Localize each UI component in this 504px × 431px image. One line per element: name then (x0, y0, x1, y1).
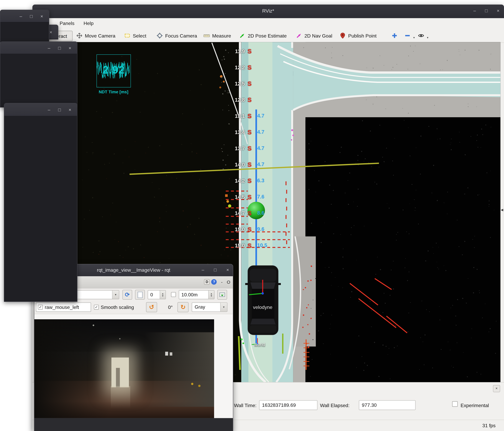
smooth-scaling-checkbox[interactable]: ✓ (94, 305, 99, 310)
menu-help[interactable]: Help (83, 20, 93, 26)
wall-time-field[interactable]: 1632837189.69 (259, 400, 317, 410)
minimize-icon[interactable]: – (20, 14, 22, 18)
fps-counter: 31 fps (482, 423, 496, 428)
close-icon[interactable]: × (69, 45, 71, 50)
check-icon: ✓ (95, 305, 98, 309)
camera-image-display[interactable] (34, 319, 214, 418)
window-title: RViz* (32, 8, 504, 14)
waypoint-s-marker: S (247, 242, 252, 249)
chevron-down-icon: ▾ (112, 290, 119, 299)
tool-focus-camera[interactable]: Focus Camera (156, 31, 197, 40)
waypoint-s-marker: S (247, 145, 252, 152)
tool-view[interactable]: ▾ (418, 31, 429, 40)
waypoint-distance-label: 4.7 (257, 162, 264, 168)
zoom-spinbox[interactable]: 0 ▲▼ (148, 290, 166, 299)
waypoint-marker: 11.9 S (224, 48, 283, 56)
focus-camera-icon (156, 32, 163, 39)
dynamic-range-checkbox[interactable] (171, 292, 176, 297)
waypoint-meter-label: 15.0 (224, 243, 245, 249)
waypoint-marker: 12.2 S (224, 64, 283, 72)
waypoint-marker: 14.0 S 4.7 (224, 161, 283, 169)
tool-remove[interactable]: ▾ (404, 31, 415, 40)
close-icon[interactable]: × (493, 385, 500, 392)
panel-collapse-handle[interactable]: ◀ (501, 208, 503, 212)
max-range-spinbox[interactable]: 10.00m ▲▼ (179, 290, 214, 299)
rotate-ccw-icon: ↺ (149, 304, 154, 311)
chevron-down-icon: ▾ (413, 36, 415, 39)
close-icon[interactable]: × (40, 14, 43, 18)
background-window-1[interactable]: – □ × (0, 10, 49, 43)
corridor-left-wall (34, 319, 109, 418)
corridor-right-cabinets (144, 332, 214, 407)
spinner-arrows-icon[interactable]: ▲▼ (208, 290, 214, 299)
save-image-button[interactable] (217, 290, 227, 300)
check-icon: ✓ (39, 305, 42, 309)
waypoint-meter-label: 12.5 (224, 81, 245, 87)
select-icon (124, 32, 131, 39)
publish-mouse-checkbox[interactable]: ✓ (38, 305, 43, 310)
shelf-item (165, 352, 168, 356)
rotate-ccw-button[interactable]: ↺ (146, 302, 157, 312)
tool-publish-point[interactable]: Publish Point (339, 31, 377, 40)
maximize-icon[interactable]: □ (58, 108, 61, 112)
waypoint-meter-label: 14.0 (224, 162, 245, 168)
tool-pose-estimate[interactable]: 2D Pose Estimate (239, 31, 287, 40)
smooth-scaling-label: Smooth scaling (101, 304, 134, 310)
menu-panels[interactable]: Panels (60, 20, 74, 26)
publish-point-pin-icon (339, 32, 346, 39)
maximize-icon[interactable]: □ (58, 45, 61, 50)
tool-add[interactable] (391, 31, 398, 40)
wall-elapsed-field[interactable]: 977.30 (359, 400, 416, 410)
waypoint-s-marker: S (247, 178, 252, 185)
ego-vehicle-model (245, 266, 281, 335)
waypoint-meter-label: 12.8 (224, 97, 245, 103)
page-icon (137, 292, 142, 298)
minimize-icon[interactable]: – (473, 9, 476, 13)
ndt-plot-label: NDT Time [ms] (88, 90, 139, 94)
ceiling-light (93, 324, 94, 326)
detach-plugin-button[interactable]: D (204, 279, 210, 285)
maximize-plugin-icon[interactable]: O (227, 279, 230, 284)
minimize-icon[interactable]: – (48, 45, 50, 50)
close-icon[interactable]: × (497, 9, 499, 13)
minimize-plugin-icon[interactable]: - (221, 279, 223, 284)
waypoint-meter-label: 13.7 (224, 146, 245, 152)
maximize-icon[interactable]: □ (30, 14, 33, 18)
background-window-3[interactable]: – □ × (0, 41, 77, 108)
tool-select[interactable]: Select (124, 31, 146, 40)
colormap-dropdown[interactable]: Gray ▾ (192, 302, 227, 312)
pose-estimate-arrow-icon (239, 32, 246, 39)
corridor-end-door (111, 358, 129, 387)
rviz-titlebar[interactable]: RViz* – □ × (32, 5, 504, 18)
mouse-topic-field[interactable]: ✓ raw_mouse_left (36, 302, 91, 312)
wall-elapsed-label: Wall Elapsed: (320, 403, 350, 408)
maximize-icon[interactable]: □ (485, 9, 488, 13)
tool-measure[interactable]: Measure (203, 31, 231, 40)
tool-nav-goal[interactable]: 2D Nav Goal (296, 31, 332, 40)
experimental-checkbox[interactable] (452, 401, 458, 407)
close-icon[interactable]: × (226, 268, 229, 272)
ndt-time-plot: 2.92 (97, 54, 131, 88)
close-icon[interactable]: × (49, 30, 52, 34)
move-camera-icon (76, 32, 83, 39)
tool-move-camera[interactable]: Move Camera (76, 31, 115, 40)
waypoint-meter-label: 14.5 (224, 194, 245, 200)
waypoint-meter-label: 12.2 (224, 65, 245, 71)
waypoint-distance-label: 6.3 (257, 178, 264, 184)
help-icon[interactable]: ? (211, 279, 217, 285)
minimize-icon[interactable]: – (202, 268, 204, 272)
waypoint-marker: 13.4 S 4.7 (224, 129, 283, 137)
background-window-4[interactable]: – □ × (4, 103, 77, 302)
maximize-icon[interactable]: □ (214, 268, 217, 272)
snapshot-button[interactable] (135, 290, 145, 300)
close-icon[interactable]: × (69, 108, 71, 112)
minimize-icon[interactable]: – (48, 108, 50, 112)
waypoint-marker: 12.8 S (224, 97, 283, 104)
rotate-cw-button[interactable]: ↻ (178, 302, 189, 312)
yellow-object (191, 383, 193, 385)
spinner-arrows-icon[interactable]: ▲▼ (160, 290, 166, 299)
refresh-topics-button[interactable]: ⟳ (122, 290, 132, 300)
desktop: RViz* – □ × Panels Help Interact Move Ca… (0, 0, 504, 431)
ceiling-light (119, 338, 121, 340)
waypoint-meter-label: 14.2 (224, 178, 245, 184)
